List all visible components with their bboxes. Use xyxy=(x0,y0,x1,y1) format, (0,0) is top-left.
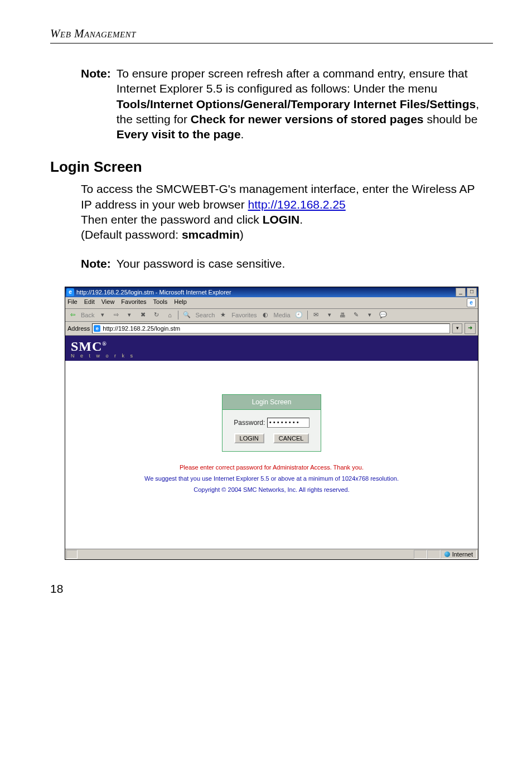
body-p3b: smcadmin xyxy=(182,228,240,241)
menu-tools[interactable]: Tools xyxy=(153,298,168,307)
forward-dropdown-icon[interactable]: ▾ xyxy=(124,310,134,320)
menu-file[interactable]: File xyxy=(67,298,78,307)
note2-label: Note: xyxy=(81,256,111,271)
address-value: http://192.168.2.25/login.stm xyxy=(103,325,180,332)
ie-addressbar: Address e http://192.168.2.25/login.stm … xyxy=(65,322,478,336)
note1-g: . xyxy=(241,128,244,141)
media-icon[interactable]: ◐ xyxy=(260,310,270,320)
note1-a: To ensure proper screen refresh after a … xyxy=(117,67,468,95)
ie-throbber-icon: e xyxy=(467,298,476,307)
smc-reg: ® xyxy=(102,341,107,347)
discuss-button[interactable]: 💬 xyxy=(378,310,388,320)
edit-dropdown-icon[interactable]: ▾ xyxy=(365,310,375,320)
note1-e: should be xyxy=(424,113,478,125)
body-p2a: Then enter the password and click xyxy=(81,213,263,226)
status-zone: Internet xyxy=(441,550,477,559)
mail-dropdown-icon[interactable]: ▾ xyxy=(325,310,335,320)
favorites-icon[interactable]: ★ xyxy=(218,310,228,320)
ie-app-icon: e xyxy=(66,288,74,296)
smc-banner: SMC® N e t w o r k s xyxy=(65,336,478,361)
note-label: Note: xyxy=(81,66,111,142)
search-label[interactable]: Search xyxy=(195,312,215,318)
running-head: Web Management xyxy=(50,27,493,41)
address-dropdown-icon[interactable]: ▾ xyxy=(452,323,462,333)
print-button[interactable]: 🖶 xyxy=(338,310,348,320)
minimize-button[interactable]: _ xyxy=(456,288,466,297)
body-p2c: . xyxy=(299,213,303,226)
smc-brand: SMC xyxy=(71,339,102,354)
note2-body: Your password is case sensitive. xyxy=(117,256,487,271)
cancel-button[interactable]: CANCEL xyxy=(273,433,309,443)
body-p3a: (Default password: xyxy=(81,228,182,241)
smc-logo-text: SMC® xyxy=(71,339,107,354)
back-button[interactable]: ⇦ xyxy=(67,310,78,320)
copyright-message: Copyright © 2004 SMC Networks, Inc. All … xyxy=(65,486,478,493)
password-label: Password: xyxy=(234,418,265,426)
note1-b: Tools/Internet Options/General/Temporary… xyxy=(117,98,476,110)
ip-link[interactable]: http://192.168.2.25 xyxy=(248,198,346,211)
menu-view[interactable]: View xyxy=(101,298,115,307)
search-icon[interactable]: 🔍 xyxy=(182,310,192,320)
go-button[interactable]: ➜ xyxy=(465,323,476,334)
browser-viewport: SMC® N e t w o r k s Login Screen Passwo… xyxy=(65,336,478,549)
favorites-label[interactable]: Favorites xyxy=(231,312,257,318)
body-p3c: ) xyxy=(240,228,244,241)
status-page-icon xyxy=(66,550,78,559)
home-button[interactable]: ⌂ xyxy=(165,310,175,320)
section-heading: Login Screen xyxy=(50,158,493,176)
refresh-button[interactable]: ↻ xyxy=(151,310,161,320)
history-button[interactable]: 🕘 xyxy=(294,310,304,320)
status-cell-empty-1 xyxy=(414,550,427,559)
stop-button[interactable]: ✖ xyxy=(138,310,148,320)
back-label[interactable]: Back xyxy=(81,312,94,318)
note-block-1: Note: To ensure proper screen refresh af… xyxy=(81,66,487,142)
status-zone-text: Internet xyxy=(452,551,473,558)
mail-button[interactable]: ✉ xyxy=(311,310,321,320)
back-dropdown-icon[interactable]: ▾ xyxy=(98,310,108,320)
address-field[interactable]: e http://192.168.2.25/login.stm xyxy=(92,323,450,333)
error-message: Please enter correct password for Admini… xyxy=(65,464,478,471)
page-number: 18 xyxy=(50,582,493,596)
maximize-button[interactable]: □ xyxy=(467,288,477,297)
address-page-icon: e xyxy=(94,325,100,332)
note-block-2: Note: Your password is case sensitive. xyxy=(81,256,487,271)
login-box: Login Screen Password: LOGIN CANCEL xyxy=(222,394,321,452)
body-p2b: LOGIN xyxy=(263,213,300,226)
note1-d: Check for newer versions of stored pages xyxy=(191,113,424,125)
password-input[interactable] xyxy=(267,418,309,428)
ie-menubar: File Edit View Favorites Tools Help e xyxy=(65,297,478,309)
address-label: Address xyxy=(67,325,90,332)
forward-button[interactable]: ⇨ xyxy=(111,310,121,320)
login-button[interactable]: LOGIN xyxy=(234,433,264,443)
ie-window: e http://192.168.2.25/login.stm - Micros… xyxy=(65,287,478,560)
ie-titlebar: e http://192.168.2.25/login.stm - Micros… xyxy=(65,287,478,297)
note1-f: Every visit to the page xyxy=(117,128,241,141)
ie-title-text: http://192.168.2.25/login.stm - Microsof… xyxy=(76,289,231,296)
ie-statusbar: Internet xyxy=(65,549,478,559)
login-header: Login Screen xyxy=(223,395,320,410)
ie-toolbar: ⇦ Back ▾ ⇨ ▾ ✖ ↻ ⌂ 🔍 Search ★ Favorites … xyxy=(65,309,478,322)
globe-icon xyxy=(444,552,450,557)
info-message-1: We suggest that you use Internet Explore… xyxy=(65,475,478,482)
menu-edit[interactable]: Edit xyxy=(84,298,95,307)
header-rule xyxy=(50,43,493,43)
smc-subtext: N e t w o r k s xyxy=(71,353,472,359)
media-label[interactable]: Media xyxy=(274,312,291,318)
menu-favorites[interactable]: Favorites xyxy=(121,298,146,307)
menu-help[interactable]: Help xyxy=(174,298,187,307)
note-body: To ensure proper screen refresh after a … xyxy=(117,66,487,142)
edit-button[interactable]: ✎ xyxy=(351,310,361,320)
body-paragraphs: To access the SMCWEBT-G's management int… xyxy=(81,181,487,242)
status-cell-empty-2 xyxy=(427,550,441,559)
